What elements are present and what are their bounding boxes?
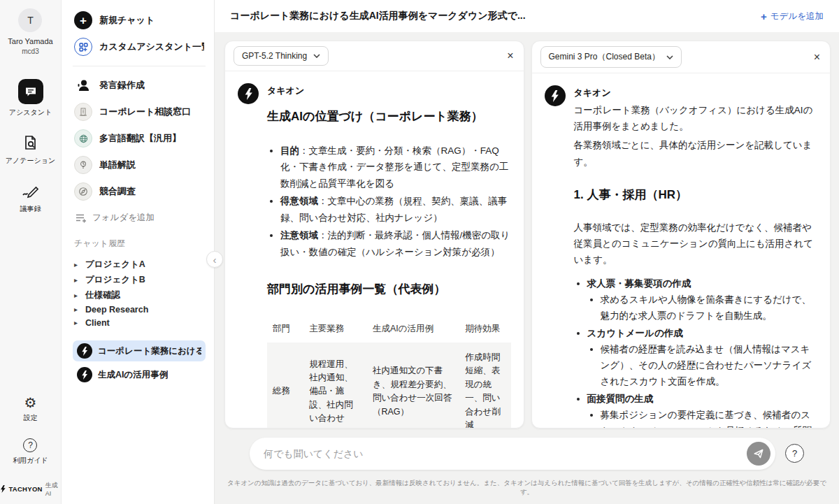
plus-icon: + [761,11,767,22]
assistant-message: タキオン コーポレート業務（バックオフィス）における生成AIの活用事例をまとめま… [545,84,818,428]
chat-bubble-icon [18,79,43,104]
list-item: スカウトメールの作成 候補者の経歴書を読み込ませ（個人情報はマスキング）、その人… [587,326,818,390]
rail-item-settings[interactable]: ⚙ 設定 [23,396,37,423]
composer-area: ? タキオンの知識は過去のデータに基づいており、最新情報は反映されておりません。… [215,429,839,504]
rail-item-assistant[interactable]: アシスタント [9,79,52,117]
model-selector-gpt[interactable]: GPT-5.2 Thinking [234,46,329,66]
chat-item-corporate[interactable]: コーポレート業務における生... [73,340,206,361]
folder-project-a[interactable]: ▸ プロジェクトA [73,257,206,272]
assistant-item-corporate-desk[interactable]: コーポレート相談窓口 [73,99,206,125]
chevron-right-icon: ▸ [74,276,81,284]
add-model-label: モデルを追加 [770,10,824,22]
avatar-initial: T [27,15,34,26]
tachyon-avatar-icon [238,83,259,104]
section-heading: 部門別の活用事例一覧（代表例） [267,281,511,298]
folder-label: プロジェクトB [85,274,145,286]
tachyon-bolt-icon [77,343,92,359]
folder-label: Client [85,318,110,328]
panel-body[interactable]: タキオン 生成AIの位置づけ（コーポレート業務） 目的：文章生成・要約・分類・検… [225,71,524,428]
section-heading: 生成AIの位置づけ（コーポレート業務） [267,108,511,126]
custom-assistant-label: カスタムアシスタント一覧 [99,41,204,53]
assistant-label: 多言語翻訳【汎用】 [99,132,181,145]
add-folder-button[interactable]: フォルダを追加 [73,205,206,226]
panel-header: Gemini 3 Pro（Closed Beta） × [532,41,831,73]
app-logo: TACHYON 生成AI [0,475,61,504]
main-area: コーポレート業務における生成AI活用事例をマークダウン形式で... + モデルを… [215,0,839,504]
folder-spec-check[interactable]: ▸ 仕様確認 [73,287,206,303]
close-panel-icon[interactable]: × [507,50,513,62]
rail-item-annotation[interactable]: アノテーション [6,134,55,166]
assistant-item-competitor-research[interactable]: 競合調査 [73,178,206,205]
chat-item-usecases[interactable]: 生成AIの活用事例 [73,364,206,385]
table-header-row: 部門 主要業務 生成AIの活用例 期待効果 [267,317,511,343]
rail-item-label: 設定 [23,413,37,423]
section-heading: 1. 人事・採用（HR） [574,187,818,204]
close-panel-icon[interactable]: × [814,52,820,63]
panel-body[interactable]: タキオン コーポレート業務（バックオフィス）における生成AIの活用事例をまとめま… [532,73,831,428]
send-icon [753,448,764,459]
new-chat-label: 新規チャット [99,14,155,27]
chat-history-heading: チャット履歴 [74,238,206,250]
message-text: コーポレート業務（バックオフィス）における生成AIの活用事例をまとめました。 [574,102,818,134]
usecase-table: 部門 主要業務 生成AIの活用例 期待効果 総務 規程運用、社内通知、備品・施設… [267,317,511,428]
chevron-right-icon: ▸ [74,305,81,313]
assistant-message: タキオン 生成AIの位置づけ（コーポレート業務） 目的：文章生成・要約・分類・検… [238,82,511,428]
left-rail: T Taro Yamada mcd3 アシスタント アノテーション [0,0,62,504]
list-item: 目的：文章生成・要約・分類・検索（RAG）・FAQ化・下書き作成・データ整形を通… [280,143,511,192]
qr-grid-icon [74,38,92,56]
folder-label: 仕様確認 [85,289,120,301]
gear-icon: ⚙ [23,396,37,410]
model-name: GPT-5.2 Thinking [242,51,307,61]
list-item: 注意領域：法的判断・最終承認・個人情報/機密の取り扱い・数値の確定（ハルシネーシ… [280,227,511,260]
sidebar-collapse-button[interactable]: ‹ [206,251,223,268]
chat-label: 生成AIの活用事例 [98,369,168,381]
rail-item-label: アシスタント [9,108,52,117]
help-button[interactable]: ? [785,444,804,463]
assistant-item-word-explain[interactable]: 単語解説 [73,152,206,178]
folder-deep-research[interactable]: ▸ Deep Research [73,303,206,316]
list-item: 得意領域：文章中心の業務（規程、契約、稟議、議事録、問い合わせ対応、社内ナレッジ… [280,193,511,226]
help-icon: ? [23,438,37,452]
list-subitem: 求めるスキルや人物像を箇条書きにするだけで、魅力的な求人票のドラフトを自動生成。 [601,292,818,324]
rail-item-label: アノテーション [6,156,55,166]
message-input-container[interactable] [250,438,775,470]
chevron-right-icon: ▸ [74,319,81,326]
list-item: 求人票・募集要項の作成 求めるスキルや人物像を箇条書きにするだけで、魅力的な求人… [587,276,818,324]
list-plus-icon [76,213,87,223]
bullet-list: 求人票・募集要項の作成 求めるスキルや人物像を箇条書きにするだけで、魅力的な求人… [574,276,818,428]
rail-item-minutes[interactable]: 議事録 [20,182,41,214]
user-profile[interactable]: T Taro Yamada mcd3 [8,0,52,55]
bullet-list: 目的：文章生成・要約・分類・検索（RAG）・FAQ化・下書き作成・データ整形を通… [267,143,511,260]
globe-icon [74,129,92,147]
send-button[interactable] [747,442,770,466]
avatar[interactable]: T [18,8,42,32]
assistant-label: 競合調査 [99,185,136,198]
custom-assistant-list-button[interactable]: カスタムアシスタント一覧 [73,34,206,60]
chat-label: コーポレート業務における生... [98,345,201,357]
doc-search-icon [22,134,40,152]
rail-item-guide[interactable]: ? 利用ガイド [13,438,48,466]
bulb-icon [74,156,92,174]
model-selector-gemini[interactable]: Gemini 3 Pro（Closed Beta） [540,46,682,68]
assistant-label: コーポレート相談窓口 [99,106,191,118]
list-subitem: 募集ポジションの要件定義に基づき、候補者のスキルやカルチャーフィットを見極めるた… [601,408,818,428]
new-chat-button[interactable]: + 新規チャット [73,7,206,34]
assistant-name: タキオン [267,82,511,97]
message-input[interactable] [264,448,747,459]
plus-icon: + [74,11,92,29]
logo-suffix: 生成AI [45,481,61,497]
tachyon-bolt-icon [77,367,92,382]
add-model-button[interactable]: + モデルを追加 [761,10,824,22]
divider [73,66,206,66]
folder-project-b[interactable]: ▸ プロジェクトB [73,272,206,287]
assistant-item-translation[interactable]: 多言語翻訳【汎用】 [73,125,206,152]
main-header: コーポレート業務における生成AI活用事例をマークダウン形式で... + モデルを… [215,0,839,32]
chevron-right-icon: ▸ [74,291,81,299]
user-group: mcd3 [8,48,52,55]
tachyon-avatar-icon [545,85,566,106]
pen-icon [22,182,40,201]
rail-item-label: 利用ガイド [13,456,48,466]
folder-client[interactable]: ▸ Client [73,316,206,329]
compass-icon [74,182,92,201]
assistant-item-speech-log[interactable]: 発言録作成 [73,72,206,99]
